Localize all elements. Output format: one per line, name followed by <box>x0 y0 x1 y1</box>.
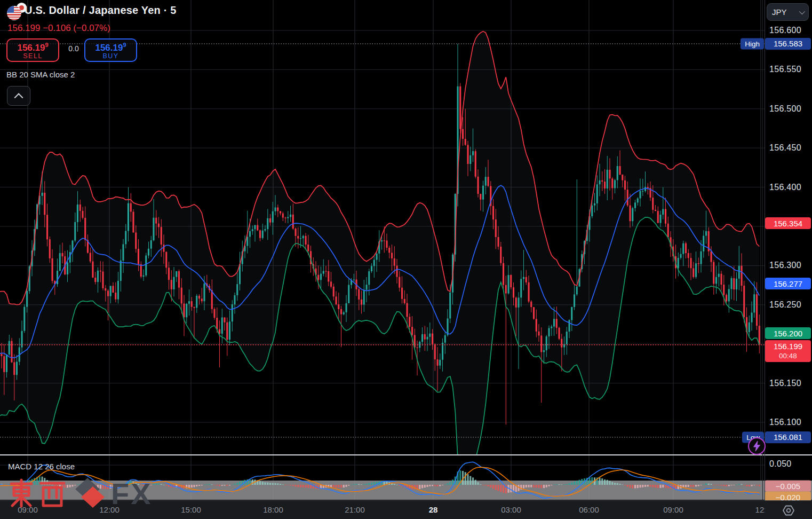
price-axis-tick: 156.550 <box>769 65 801 74</box>
indicator-value-badge: 156.277 <box>765 278 811 289</box>
price-axis-tick: 156.600 <box>769 26 801 35</box>
buy-button[interactable]: 156.199 BUY <box>84 38 137 62</box>
chevron-down-icon <box>799 8 805 14</box>
time-axis-tick: 21:00 <box>345 505 365 514</box>
time-axis-tick: 09:00 <box>663 505 683 514</box>
time-axis-tick: 28 <box>429 505 438 514</box>
sell-button-label: SELL <box>23 52 43 60</box>
symbol-title[interactable]: U.S. Dollar / Japanese Yen · 5 <box>25 4 177 17</box>
time-axis-tick: 06:00 <box>579 505 599 514</box>
price-axis-tick: 156.150 <box>769 379 801 388</box>
indicator-value-badge: 156.354 <box>765 217 811 229</box>
price-axis-tick: 156.300 <box>769 261 801 270</box>
bollinger-indicator-label[interactable]: BB 20 SMA close 2 <box>6 70 75 79</box>
axis-settings-corner <box>765 500 812 519</box>
collapse-panel-button[interactable] <box>7 86 30 106</box>
broker-watermark-logo: FX <box>7 477 153 510</box>
last-price-badge: 156.199 00:48 <box>765 340 811 362</box>
price-axis-tick: 156.450 <box>769 143 801 153</box>
price-axis-tick: 156.100 <box>769 418 801 427</box>
bar-countdown: 00:48 <box>779 351 797 361</box>
buy-button-label: BUY <box>102 52 118 60</box>
price-axis-tick: 156.250 <box>769 300 801 310</box>
macd-value-badge: −0.005 <box>765 481 811 492</box>
price-axis-tick: 156.500 <box>769 104 801 114</box>
time-axis-tick: 18:00 <box>263 505 283 514</box>
time-axis-tick: 12: <box>755 505 765 514</box>
spread-value: 0.0 <box>63 44 84 53</box>
price-axis-panel[interactable]: 156.600156.550156.500156.450156.400156.3… <box>765 0 812 519</box>
watermark-fx-text: FX <box>111 479 153 509</box>
time-axis-tick: 03:00 <box>501 505 521 514</box>
lightning-icon <box>753 441 761 451</box>
currency-dropdown[interactable]: JPY <box>767 3 809 21</box>
last-price-value: 156.199 <box>774 342 802 351</box>
price-axis-tick: 156.400 <box>769 183 801 192</box>
flash-order-button[interactable] <box>748 437 766 455</box>
macd-indicator-label[interactable]: MACD 12 26 close <box>8 462 75 471</box>
session-low-badge: 156.081 <box>765 431 811 443</box>
candlestick-chart[interactable] <box>0 0 812 519</box>
diamond-logo-icon <box>73 477 106 510</box>
sell-button[interactable]: 156.199 SELL <box>6 38 59 62</box>
us-flag-icon <box>7 6 21 20</box>
session-high-tag: High <box>741 38 764 49</box>
price-change-line: 156.199 −0.106 (−0.07%) <box>7 23 110 34</box>
session-high-badge: 156.583 <box>765 38 811 50</box>
gear-icon[interactable] <box>782 504 795 517</box>
chevron-up-icon <box>14 93 23 102</box>
macd-axis-tick: 0.050 <box>769 459 792 469</box>
kanji-tozai-icon <box>7 478 67 509</box>
time-axis-tick: 15:00 <box>181 505 201 514</box>
trading-app: U.S. Dollar / Japanese Yen · 5 156.199 −… <box>0 0 812 519</box>
indicator-value-badge: 156.200 <box>765 327 811 339</box>
